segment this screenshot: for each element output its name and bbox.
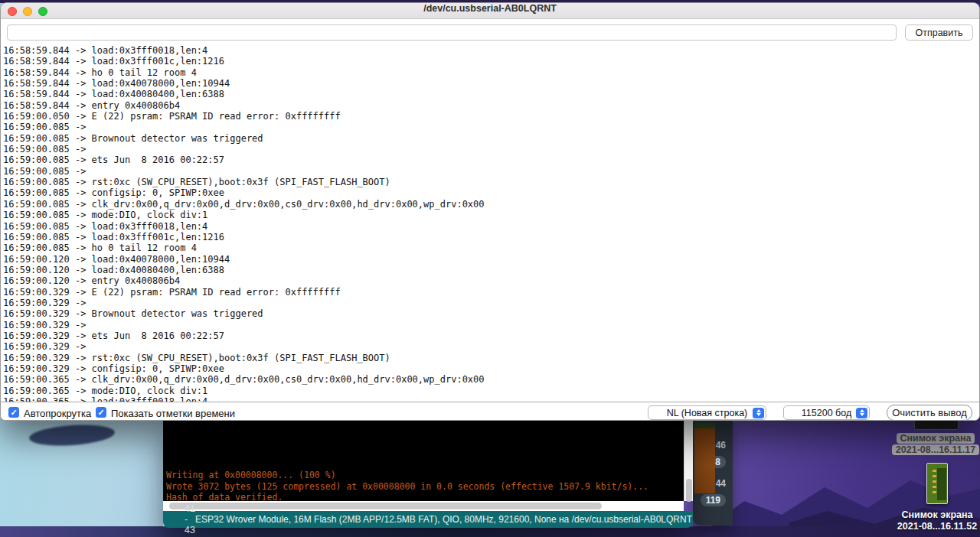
- unread-badge: 119: [701, 494, 726, 506]
- log-line: 16:59:00.329 -> rst:0xc (SW_CPU_RESET),b…: [3, 353, 979, 363]
- screenshot-icon-thumbnail-2[interactable]: [926, 463, 948, 504]
- log-line: 16:59:00.365 -> mode:DIO, clock div:1: [3, 386, 979, 396]
- unread-badge: 44: [716, 478, 726, 489]
- serial-monitor-window[interactable]: /dev/cu.usbserial-AB0LQRNT Отправить 16:…: [0, 2, 980, 421]
- log-line: 16:58:59.844 -> load:0x3fff001c,len:1216: [3, 56, 979, 67]
- console-vertical-scrollbar[interactable]: [684, 421, 693, 501]
- log-line: 16:59:00.085 -> configsip: 0, SPIWP:0xee: [3, 187, 979, 198]
- serial-send-input[interactable]: [7, 24, 897, 41]
- clear-output-button[interactable]: Очистить вывод: [887, 405, 972, 421]
- log-line: 16:59:00.329 -> ets Jun 8 2016 00:22:57: [3, 330, 979, 341]
- log-line: 16:59:00.329 ->: [3, 320, 979, 330]
- icon2-label-line2: 2021-08...16.11.52: [888, 521, 980, 532]
- wallpaper-island: [28, 422, 116, 448]
- zoom-button[interactable]: [38, 7, 47, 16]
- icon2-label-line1: Снимок экрана: [888, 509, 980, 521]
- autoscroll-label: Автопрокрутка: [24, 408, 91, 419]
- minimize-button[interactable]: [23, 7, 32, 16]
- log-line: 16:59:00.365 -> clk_drv:0x00,q_drv:0x00,…: [3, 374, 979, 385]
- log-line: 16:58:59.844 -> ho 0 tail 12 room 4: [3, 67, 979, 78]
- vertical-scrollbar-thumb[interactable]: [686, 479, 692, 502]
- log-line: 16:59:00.085 -> load:0x3fff001c,len:1216: [3, 232, 979, 242]
- log-line: 16:58:59.844 -> load:0x40080400,len:6388: [3, 89, 979, 99]
- log-line: 16:59:00.365 -> load:0x3fff0018,len:4: [3, 396, 979, 402]
- serial-monitor-controls: ✓ Автопрокрутка ✓ Показать отметки време…: [1, 402, 979, 421]
- log-line: 16:59:00.329 ->: [3, 341, 979, 352]
- serial-output: 16:58:59.844 -> load:0x3fff0018,len:416:…: [1, 44, 979, 402]
- log-line: 16:59:00.329 -> configsip: 0, SPIWP:0xee: [3, 363, 979, 374]
- log-line: 16:59:00.329 -> Brownout detector was tr…: [3, 308, 979, 319]
- console-horizontal-scrollbar[interactable]: [163, 501, 684, 511]
- log-line: 16:58:59.844 -> entry 0x400806b4: [3, 100, 979, 111]
- send-row: Отправить: [1, 19, 979, 44]
- line-ending-select[interactable]: NL (Новая строка): [648, 405, 766, 420]
- show-timestamps-label: Показать отметки времени: [111, 408, 235, 419]
- send-button[interactable]: Отправить: [905, 24, 973, 41]
- wallpaper-bottom-band: [0, 526, 980, 537]
- log-line: 16:59:00.085 -> load:0x3fff0018,len:4: [3, 221, 979, 232]
- arduino-ide-window[interactable]: Compressed 3072 bytes to 125... Writing …: [163, 421, 693, 528]
- log-line: 16:59:00.085 -> ets Jun 8 2016 00:22:57: [3, 155, 979, 165]
- line-ending-value: NL (Новая строка): [667, 408, 748, 418]
- log-line: 16:59:00.120 -> load:0x40080400,len:6388: [3, 265, 979, 275]
- stepper-icon: [856, 408, 867, 418]
- log-line: 16:59:00.085 -> clk_drv:0x00,q_drv:0x00,…: [3, 199, 979, 210]
- console-line: Hash of data verified.: [166, 492, 684, 501]
- log-line: 16:59:00.085 -> mode:DIO, clock div:1: [3, 210, 979, 220]
- check-icon: ✓: [97, 408, 104, 417]
- horizontal-scrollbar-thumb[interactable]: [169, 503, 602, 509]
- log-line: 16:59:00.329 ->: [3, 298, 979, 308]
- stepper-icon: [753, 408, 764, 418]
- show-timestamps-checkbox[interactable]: ✓: [96, 407, 106, 418]
- icon1-label-line1: Снимок экрана: [897, 433, 975, 444]
- log-line: 16:59:00.085 ->: [3, 166, 979, 177]
- baud-rate-value: 115200 бод: [802, 408, 851, 418]
- log-line: 16:59:00.085 -> ho 0 tail 12 room 4: [3, 242, 979, 253]
- unread-badge: 46: [716, 440, 726, 451]
- window-title: /dev/cu.usbserial-AB0LQRNT: [1, 3, 979, 14]
- check-icon: ✓: [10, 408, 17, 417]
- log-line: 16:59:00.085 -> rst:0xc (SW_CPU_RESET),b…: [3, 177, 979, 187]
- ide-status-bar: 41 - 43 ESP32 Wrover Module, 16M Flash (…: [163, 511, 693, 528]
- log-line: 16:59:00.120 -> entry 0x400806b4: [3, 275, 979, 286]
- baud-rate-select[interactable]: 115200 бод: [783, 405, 870, 420]
- close-button[interactable]: [8, 7, 17, 16]
- log-line: 16:59:00.329 -> E (22) psram: PSRAM ID r…: [3, 287, 979, 298]
- log-line: 16:59:00.120 -> load:0x40078000,len:1094…: [3, 254, 979, 265]
- screenshot-icon-label-2[interactable]: Снимок экрана 2021-08...16.11.52: [888, 509, 980, 532]
- log-line: 16:59:00.085 ->: [3, 122, 979, 132]
- autoscroll-checkbox[interactable]: ✓: [8, 407, 19, 418]
- log-line: 16:58:59.844 -> load:0x3fff0018,len:4: [3, 45, 979, 56]
- upload-console: Compressed 3072 bytes to 125... Writing …: [163, 421, 684, 501]
- log-line: 16:59:00.085 -> Brownout detector was tr…: [3, 133, 979, 144]
- console-partial-line-clip: Compressed 3072 bytes to 125...: [166, 443, 684, 447]
- log-line: 16:59:00.050 -> E (22) psram: PSRAM ID r…: [3, 111, 979, 122]
- log-line: 16:59:00.085 ->: [3, 144, 979, 155]
- icon1-label-line2: 2021-08...16.11.17: [892, 444, 979, 455]
- log-line: 16:58:59.844 -> load:0x40078000,len:1094…: [3, 78, 979, 89]
- console-line: Writing at 0x00008000... (100 %): [166, 470, 684, 481]
- title-bar[interactable]: /dev/cu.usbserial-AB0LQRNT: [1, 3, 979, 19]
- screenshot-icon-label-1[interactable]: Снимок экрана 2021-08...16.11.17: [888, 432, 980, 455]
- status-line-numbers: 41 - 43: [185, 503, 195, 535]
- status-board-info: ESP32 Wrover Module, 16M Flash (2MB APP/…: [195, 514, 692, 525]
- panel-photo-thumbnail: [694, 423, 715, 493]
- console-line: Wrote 3072 bytes (125 compressed) at 0x0…: [166, 481, 684, 493]
